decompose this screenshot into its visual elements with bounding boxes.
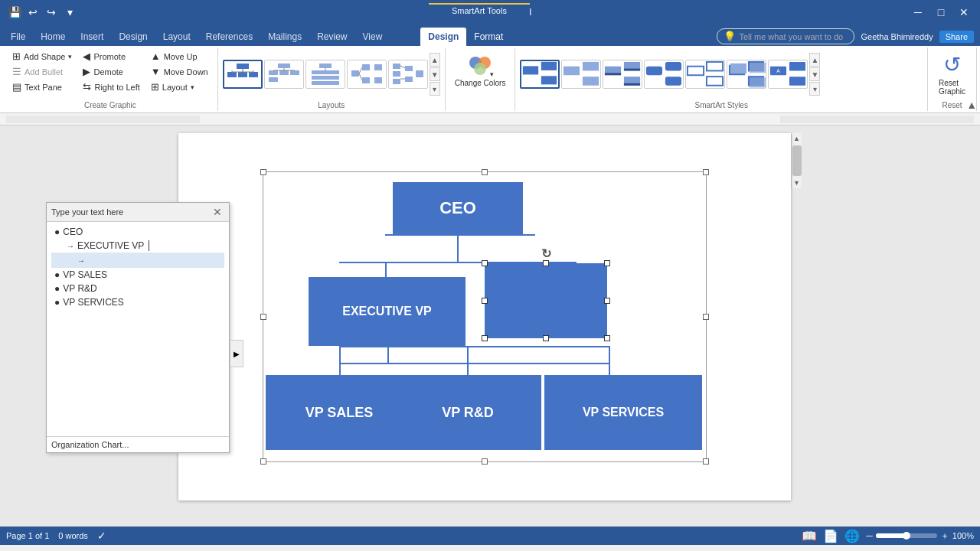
layouts-scroll-down[interactable]: ▼ bbox=[430, 67, 440, 81]
print-layout-icon[interactable]: 📄 bbox=[823, 529, 838, 543]
layouts-scroll-more[interactable]: ▾ bbox=[430, 82, 440, 96]
vp-services-box[interactable]: VP SERVICES bbox=[544, 375, 702, 450]
ceo-box[interactable]: CEO bbox=[393, 182, 523, 234]
svg-rect-65 bbox=[789, 77, 805, 86]
svg-rect-1 bbox=[227, 72, 237, 77]
qat-more-button[interactable]: ▾ bbox=[61, 4, 78, 21]
connector-vp-level-h bbox=[339, 346, 610, 347]
handle-tm[interactable] bbox=[482, 169, 488, 175]
tab-home[interactable]: Home bbox=[33, 28, 73, 46]
selected-box[interactable]: ↻ bbox=[485, 263, 607, 338]
web-layout-icon[interactable]: 🌐 bbox=[844, 529, 860, 543]
scroll-up-button[interactable]: ▲ bbox=[792, 133, 802, 144]
text-pane-button[interactable]: ▤ Text Pane bbox=[8, 80, 77, 94]
styles-scroll-up[interactable]: ▲ bbox=[809, 53, 820, 67]
tab-design-doc[interactable]: Design bbox=[111, 28, 155, 46]
zoom-slider[interactable] bbox=[876, 533, 937, 538]
style-thumb-1[interactable] bbox=[520, 60, 560, 89]
svg-rect-60 bbox=[750, 63, 766, 73]
handle-tr[interactable] bbox=[703, 169, 709, 175]
share-button[interactable]: Share bbox=[939, 31, 974, 43]
handle-bl[interactable] bbox=[260, 458, 266, 465]
tab-layout[interactable]: Layout bbox=[155, 28, 198, 46]
box-handle-tl[interactable] bbox=[482, 260, 488, 266]
redo-button[interactable]: ↪ bbox=[43, 4, 60, 21]
save-button[interactable]: 💾 bbox=[6, 4, 23, 21]
tab-references[interactable]: References bbox=[198, 28, 260, 46]
text-pane-item-empty[interactable]: → bbox=[51, 253, 224, 268]
handle-ml[interactable] bbox=[260, 314, 266, 320]
move-down-button[interactable]: ▼ Move Down bbox=[146, 64, 213, 79]
collapse-ribbon-button[interactable]: ▲ bbox=[966, 99, 977, 111]
undo-button[interactable]: ↩ bbox=[24, 4, 41, 21]
zoom-out-button[interactable]: ─ bbox=[866, 530, 873, 541]
text-pane-footer[interactable]: Organization Chart... bbox=[47, 436, 229, 452]
expand-text-pane-button[interactable]: ▶ bbox=[230, 340, 243, 367]
box-handle-tr[interactable] bbox=[604, 260, 610, 266]
handle-tl[interactable] bbox=[260, 169, 266, 175]
vp-rd-box[interactable]: VP R&D bbox=[394, 375, 541, 450]
box-handle-bl[interactable] bbox=[482, 335, 488, 341]
scroll-down-button[interactable]: ▼ bbox=[792, 178, 802, 188]
tab-format[interactable]: Format bbox=[466, 28, 511, 46]
rotate-handle[interactable]: ↻ bbox=[541, 246, 551, 261]
connector-ceo-down bbox=[457, 234, 459, 263]
tell-me-input[interactable]: 💡 Tell me what you want to do bbox=[717, 28, 854, 44]
right-to-left-button[interactable]: ⇆ Right to Left bbox=[78, 80, 144, 94]
smartart-container[interactable]: CEO EXECUTIVE VP bbox=[263, 171, 707, 462]
layout-thumb-3[interactable] bbox=[305, 60, 345, 89]
connector-ceo-h-left bbox=[385, 234, 535, 236]
style-thumb-2[interactable] bbox=[561, 60, 601, 89]
style-thumb-4[interactable] bbox=[644, 60, 684, 89]
style-thumb-5[interactable] bbox=[685, 60, 725, 89]
layout-thumb-4[interactable] bbox=[347, 60, 387, 89]
create-graphic-label: Create Graphic bbox=[8, 99, 213, 109]
svg-rect-51 bbox=[646, 66, 662, 75]
proofing-icon[interactable]: ✓ bbox=[97, 530, 106, 542]
box-handle-br[interactable] bbox=[604, 335, 610, 341]
reset-graphic-button[interactable]: ↺ Reset Graphic bbox=[933, 49, 972, 99]
styles-scroll-down[interactable]: ▼ bbox=[809, 67, 820, 81]
box-handle-ml[interactable] bbox=[482, 298, 488, 304]
handle-bm[interactable] bbox=[482, 458, 488, 465]
vp-sales-box[interactable]: VP SALES bbox=[266, 375, 413, 450]
handle-mr[interactable] bbox=[703, 314, 709, 320]
zoom-in-button[interactable]: ＋ bbox=[940, 530, 949, 543]
minimize-button[interactable]: ─ bbox=[908, 2, 928, 22]
box-handle-tm[interactable] bbox=[543, 260, 549, 266]
zoom-control[interactable]: ─ ＋ 100% bbox=[866, 530, 974, 543]
text-pane-close-button[interactable]: ✕ bbox=[211, 205, 224, 219]
add-shape-button[interactable]: ⊞ Add Shape ▾ bbox=[8, 49, 77, 64]
style-thumb-3[interactable] bbox=[603, 60, 642, 89]
read-mode-icon[interactable]: 📖 bbox=[802, 529, 817, 543]
close-button[interactable]: ✕ bbox=[954, 2, 974, 22]
add-bullet-button[interactable]: ☰ Add Bullet bbox=[8, 64, 77, 79]
tab-design-smartart[interactable]: Design bbox=[420, 28, 466, 46]
tab-view[interactable]: View bbox=[355, 28, 390, 46]
zoom-thumb[interactable] bbox=[903, 532, 910, 540]
user-name[interactable]: Geetha Bhimireddy bbox=[861, 32, 933, 41]
tab-mailings[interactable]: Mailings bbox=[260, 28, 309, 46]
style-thumb-6[interactable] bbox=[727, 60, 766, 89]
promote-button[interactable]: ◀ Promote bbox=[78, 49, 144, 64]
layout-thumb-5[interactable] bbox=[388, 60, 428, 89]
style-thumb-7[interactable]: A bbox=[768, 60, 808, 89]
layout-thumb-2[interactable] bbox=[264, 60, 304, 89]
maximize-button[interactable]: □ bbox=[931, 2, 951, 22]
box-handle-bm[interactable] bbox=[543, 335, 549, 341]
text-pane-input-empty[interactable] bbox=[88, 254, 224, 266]
layouts-scroll-up[interactable]: ▲ bbox=[430, 53, 440, 67]
box-handle-mr[interactable] bbox=[604, 298, 610, 304]
tab-insert[interactable]: Insert bbox=[73, 28, 111, 46]
move-up-button[interactable]: ▲ Move Up bbox=[146, 49, 213, 64]
scroll-thumb-v[interactable] bbox=[792, 145, 802, 176]
change-colors-button[interactable]: ▾ Change Colors bbox=[450, 49, 511, 90]
tab-file[interactable]: File bbox=[3, 28, 33, 46]
tab-review[interactable]: Review bbox=[309, 28, 354, 46]
styles-scroll-more[interactable]: ▾ bbox=[809, 82, 820, 96]
layout-thumb-1[interactable] bbox=[223, 60, 263, 89]
layout-dropdown-button[interactable]: ⊞ Layout ▾ bbox=[146, 80, 213, 94]
demote-button[interactable]: ▶ Demote bbox=[78, 64, 144, 79]
handle-br[interactable] bbox=[703, 458, 709, 465]
vertical-scrollbar[interactable]: ▲ ▼ bbox=[791, 133, 802, 188]
